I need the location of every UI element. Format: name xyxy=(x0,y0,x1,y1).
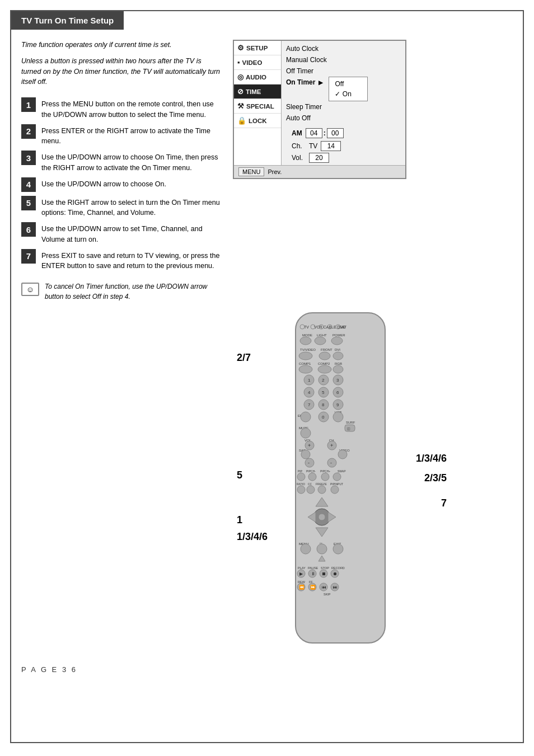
svg-text:⏭: ⏭ xyxy=(333,585,338,590)
svg-point-63 xyxy=(301,450,310,459)
prev-label: Prev. xyxy=(268,168,282,175)
step-7: 7Press EXIT to save and return to TV vie… xyxy=(21,249,223,272)
svg-text:PAUSE: PAUSE xyxy=(308,566,318,570)
steps-section: 1Press the MENU button on the remote con… xyxy=(21,97,223,271)
step-text-2: Press ENTER or the RIGHT arrow to activa… xyxy=(41,124,223,147)
on-timer-submenu: Off On xyxy=(329,77,368,101)
svg-text:5: 5 xyxy=(322,390,325,395)
sidebar-time[interactable]: ⊘ TIME xyxy=(234,84,281,99)
badge-1-3-4-6-right: 1/3/4/6 xyxy=(416,453,447,464)
svg-point-84 xyxy=(318,486,326,494)
menu-main: Auto Clock Manual Clock Off Timer On Tim… xyxy=(282,41,405,165)
svg-text:STOP: STOP xyxy=(321,566,329,570)
svg-point-14 xyxy=(331,337,343,345)
time-icon: ⊘ xyxy=(237,87,243,96)
tv-menu-box: ⚙ SETUP ▪ VIDEO ◎ AUDIO ⊘ xyxy=(233,40,406,179)
menu-sidebar: ⚙ SETUP ▪ VIDEO ◎ AUDIO ⊘ xyxy=(234,41,282,165)
svg-text:+: + xyxy=(308,443,311,448)
svg-point-77 xyxy=(333,473,341,481)
svg-text:PIP: PIP xyxy=(298,469,303,473)
special-icon: ⚒ xyxy=(237,102,244,110)
time-fields: AM 04 : 00 Ch. TV 14 xyxy=(286,128,401,163)
menu-manual-clock[interactable]: Manual Clock xyxy=(286,54,401,65)
svg-point-82 xyxy=(297,486,305,494)
audio-icon: ◎ xyxy=(237,73,243,81)
colon-sep: : xyxy=(324,129,326,137)
svg-text:-: - xyxy=(308,460,310,466)
menu-btn[interactable]: MENU xyxy=(238,167,264,176)
sidebar-setup[interactable]: ⚙ SETUP xyxy=(234,41,281,55)
remote-section: 2/7 5 1/3/4/6 1/3/4/6 2/3/5 7 1 TV VCR C… xyxy=(11,302,523,654)
svg-point-18 xyxy=(319,352,330,360)
setup-icon: ⚙ xyxy=(237,44,244,52)
cancel-icon: ☺ xyxy=(21,283,39,296)
svg-point-26 xyxy=(333,365,343,373)
step-text-7: Press EXIT to save and return to TV view… xyxy=(41,249,223,272)
svg-point-93 xyxy=(301,544,311,554)
submenu-off[interactable]: Off xyxy=(335,79,362,89)
step-num-1: 1 xyxy=(21,97,36,112)
menu-auto-off[interactable]: Auto Off xyxy=(286,112,401,124)
svg-point-20 xyxy=(333,352,343,360)
page-container: TV Turn On Time Setup Time function oper… xyxy=(10,10,524,743)
step-3: 3Use the UP/DOWN arrow to choose On Time… xyxy=(21,151,223,173)
menu-sleep-timer[interactable]: Sleep Timer xyxy=(286,101,401,112)
badge-7: 7 xyxy=(441,497,447,509)
minutes-field[interactable]: 00 xyxy=(327,128,344,138)
svg-text:⏸: ⏸ xyxy=(311,571,315,576)
step-2: 2Press ENTER or the RIGHT arrow to activ… xyxy=(21,124,223,147)
sidebar-audio[interactable]: ◎ AUDIO xyxy=(234,70,281,84)
am-label: AM xyxy=(292,129,302,137)
intro-line2: Unless a button is pressed within two ho… xyxy=(21,56,223,87)
steps-left-area xyxy=(21,307,223,654)
menu-on-timer[interactable]: On Timer ▶ xyxy=(286,77,323,88)
vol-value[interactable]: 20 xyxy=(309,153,329,163)
svg-text:▶: ▶ xyxy=(299,571,303,576)
step-1: 1Press the MENU button on the remote con… xyxy=(21,97,223,120)
sidebar-video[interactable]: ▪ VIDEO xyxy=(234,55,281,70)
channel-row: Ch. TV 14 xyxy=(292,141,401,151)
sidebar-lock[interactable]: 🔒 LOCK xyxy=(234,114,281,128)
svg-text:LIGHT: LIGHT xyxy=(317,334,327,337)
step-num-2: 2 xyxy=(21,124,36,139)
svg-text:3: 3 xyxy=(336,378,339,383)
step-text-3: Use the UP/DOWN arrow to choose On Time,… xyxy=(41,151,223,173)
step-num-7: 7 xyxy=(21,249,36,264)
badge-1-3-4-6-bottom: 1/3/4/6 xyxy=(237,531,268,543)
vol-label: Vol. xyxy=(292,154,306,162)
svg-text:8: 8 xyxy=(322,402,325,407)
svg-point-50 xyxy=(333,412,343,422)
svg-point-55 xyxy=(301,428,311,438)
svg-text:◫: ◫ xyxy=(347,427,350,430)
svg-text:PIPCH-: PIPCH- xyxy=(306,469,316,473)
left-column: Time function operates only if current t… xyxy=(21,40,223,302)
ch-value[interactable]: 14 xyxy=(321,141,341,151)
ch-label: Ch. xyxy=(292,142,306,150)
sidebar-special[interactable]: ⚒ SPECIAL xyxy=(234,99,281,114)
step-5: 5Use the RIGHT arrow to select in turn t… xyxy=(21,196,223,219)
svg-point-76 xyxy=(321,473,329,481)
step-num-3: 3 xyxy=(21,151,36,165)
cancel-note: ☺ To cancel On Timer function, use the U… xyxy=(21,281,223,302)
svg-text:COMP1: COMP1 xyxy=(299,362,311,365)
svg-text:-: - xyxy=(330,460,332,466)
tv-prefix: TV xyxy=(309,142,317,150)
svg-text:MODE: MODE xyxy=(302,334,312,337)
time-input-row: AM 04 : 00 xyxy=(292,128,401,138)
svg-text:RGB: RGB xyxy=(335,362,342,365)
content-area: Time function operates only if current t… xyxy=(11,30,523,302)
submenu-on[interactable]: On xyxy=(335,89,362,99)
menu-off-timer[interactable]: Off Timer xyxy=(286,65,401,77)
svg-point-16 xyxy=(299,352,312,360)
remote-wrapper: 2/7 5 1/3/4/6 1/3/4/6 2/3/5 7 1 TV VCR C… xyxy=(234,307,447,654)
hours-field[interactable]: 04 xyxy=(306,128,322,138)
badge-2-3-5: 2/3/5 xyxy=(424,472,447,484)
on-timer-arrow: ▶ xyxy=(318,79,323,86)
step-text-5: Use the RIGHT arrow to select in turn th… xyxy=(41,196,223,219)
svg-text:DVI: DVI xyxy=(335,348,340,351)
page-number: P A G E 3 6 xyxy=(21,665,513,674)
svg-text:FRONT: FRONT xyxy=(321,348,332,351)
menu-auto-clock[interactable]: Auto Clock xyxy=(286,43,401,54)
svg-text:4: 4 xyxy=(308,390,311,395)
intro-line1: Time function operates only if current t… xyxy=(21,40,223,50)
